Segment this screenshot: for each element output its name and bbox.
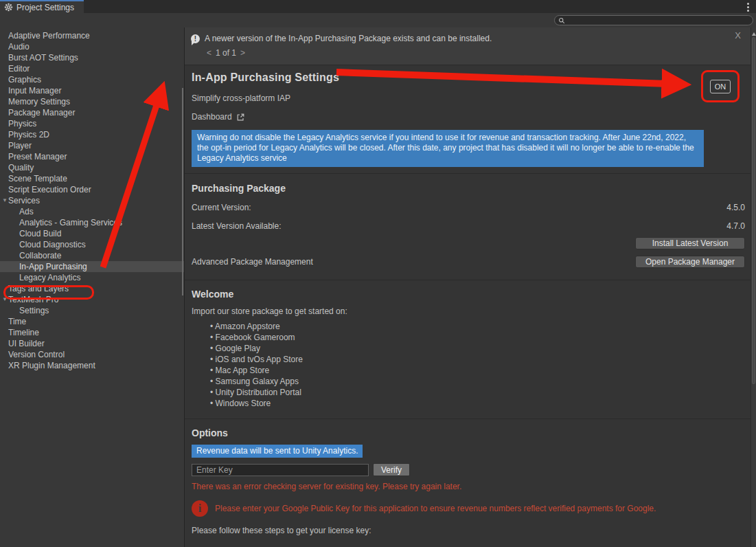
sidebar-item-collaborate[interactable]: Collaborate [0, 250, 184, 261]
panel-scrollbar[interactable] [751, 27, 756, 547]
notification-bubble-icon: ! [191, 34, 200, 43]
install-latest-version-button[interactable]: Install Latest Version [635, 237, 745, 249]
inapp-purchasing-panel: ! A newer version of the In-App Purchasi… [184, 27, 751, 547]
sidebar-item-label: UI Builder [0, 339, 45, 348]
error-info-icon: i [192, 500, 208, 517]
sidebar-item-label: Settings [0, 306, 49, 315]
sidebar-item-label: Collaborate [0, 251, 61, 260]
welcome-intro: Import our store package to get started … [192, 306, 745, 316]
close-icon[interactable]: X [735, 30, 741, 41]
purchasing-package-title: Purchasing Package [192, 183, 745, 194]
sidebar-item-quality[interactable]: Quality [0, 162, 184, 173]
server-error-text: There was an error checking server for e… [192, 482, 745, 491]
sidebar-item-label: Time [0, 317, 26, 326]
sidebar-item-package-manager[interactable]: Package Manager [0, 107, 184, 118]
sidebar-item-label: Tags and Layers [0, 284, 69, 293]
sidebar-item-memory-settings[interactable]: Memory Settings [0, 96, 184, 107]
sidebar-item-audio[interactable]: Audio [0, 41, 184, 52]
sidebar-item-tags-and-layers[interactable]: Tags and Layers [0, 283, 184, 294]
sidebar-item-ui-builder[interactable]: UI Builder [0, 338, 184, 349]
sidebar-item-physics[interactable]: Physics [0, 118, 184, 129]
sidebar-item-legacy-analytics[interactable]: Legacy Analytics [0, 272, 184, 283]
sidebar-item-label: Physics [0, 119, 36, 129]
sidebar-item-label: Input Manager [0, 86, 61, 96]
toolbar [0, 13, 756, 27]
more-menu-icon[interactable] [744, 3, 751, 12]
search-box[interactable] [554, 15, 753, 25]
verify-button[interactable]: Verify [373, 463, 410, 476]
pager-next-icon[interactable]: > [240, 48, 245, 58]
tab-project-settings[interactable]: Project Settings [0, 0, 84, 13]
sidebar-item-burst-aot-settings[interactable]: Burst AOT Settings [0, 52, 184, 63]
sidebar-item-label: Legacy Analytics [0, 273, 80, 282]
sidebar-item-label: Physics 2D [0, 130, 49, 139]
notification-message: A newer version of the In-App Purchasing… [205, 34, 492, 43]
foldout-triangle-icon[interactable]: ▼ [2, 294, 8, 305]
sidebar-item-cloud-build[interactable]: Cloud Build [0, 228, 184, 239]
scroll-up-icon[interactable] [752, 30, 756, 36]
settings-sidebar: Adaptive PerformanceAudioBurst AOT Setti… [0, 27, 184, 547]
store-list-item: Amazon Appstore [210, 321, 745, 332]
sidebar-item-label: Quality [0, 163, 34, 172]
sidebar-item-version-control[interactable]: Version Control [0, 349, 184, 360]
sidebar-item-input-manager[interactable]: Input Manager [0, 85, 184, 96]
search-icon [558, 17, 565, 24]
analytics-revenue-badge: Revenue data will be sent to Unity Analy… [192, 445, 363, 458]
store-list-item: Windows Store [210, 398, 745, 409]
sidebar-item-label: Cloud Diagnostics [0, 240, 86, 249]
scrollbar-thumb[interactable] [752, 37, 755, 384]
sidebar-item-label: Timeline [0, 328, 39, 337]
sidebar-item-label: Graphics [0, 75, 41, 85]
sidebar-item-label: Script Execution Order [0, 185, 91, 194]
dashboard-link[interactable]: Dashboard [192, 112, 745, 122]
sidebar-item-cloud-diagnostics[interactable]: Cloud Diagnostics [0, 239, 184, 250]
sidebar-item-scene-template[interactable]: Scene Template [0, 173, 184, 184]
sidebar-item-editor[interactable]: Editor [0, 63, 184, 74]
title-bar: Project Settings [0, 0, 756, 13]
sidebar-item-label: Scene Template [0, 174, 67, 183]
advanced-package-management-label: Advanced Package Management [192, 257, 313, 267]
pager-prev-icon[interactable]: < [207, 48, 211, 58]
tab-title: Project Settings [16, 3, 74, 12]
sidebar-item-label: Analytics - Gaming Services [0, 218, 122, 227]
sidebar-item-time[interactable]: Time [0, 316, 184, 327]
store-list-item: Unity Distribution Portal [210, 387, 745, 398]
foldout-triangle-icon[interactable]: ▼ [2, 195, 8, 206]
sidebar-item-xr-plugin-management[interactable]: XR Plugin Management [0, 360, 184, 371]
open-package-manager-button[interactable]: Open Package Manager [635, 256, 745, 268]
search-input[interactable] [568, 16, 749, 25]
notification-pager: < 1 of 1 > [207, 48, 742, 58]
latest-version-value: 4.7.0 [726, 221, 745, 231]
sidebar-item-graphics[interactable]: Graphics [0, 74, 184, 85]
sidebar-item-timeline[interactable]: Timeline [0, 327, 184, 338]
sidebar-scrollbar-thumb[interactable] [182, 88, 183, 295]
dashboard-label: Dashboard [192, 112, 232, 122]
page-title: In-App Purchasing Settings [192, 71, 745, 84]
sidebar-item-in-app-purchasing[interactable]: In-App Purchasing [0, 261, 184, 272]
sidebar-item-player[interactable]: Player [0, 140, 184, 151]
legacy-analytics-warning: Warning do not disable the Legacy Analyt… [192, 130, 704, 167]
red-highlight-box-toggle: ON [701, 70, 740, 102]
sidebar-item-label: Audio [0, 42, 30, 52]
google-key-input[interactable] [192, 464, 369, 476]
sidebar-item-services[interactable]: ▼Services [0, 195, 184, 206]
sidebar-item-label: XR Plugin Management [0, 361, 95, 370]
sidebar-item-analytics-gaming-services[interactable]: Analytics - Gaming Services [0, 217, 184, 228]
sidebar-item-preset-manager[interactable]: Preset Manager [0, 151, 184, 162]
external-link-icon [236, 113, 245, 122]
sidebar-item-physics-2d[interactable]: Physics 2D [0, 129, 184, 140]
sidebar-item-settings[interactable]: Settings [0, 305, 184, 316]
section-divider [185, 418, 751, 419]
store-list-item: Facebook Gameroom [210, 332, 745, 343]
sidebar-item-textmesh-pro[interactable]: ▼TextMesh Pro [0, 294, 184, 305]
sidebar-item-adaptive-performance[interactable]: Adaptive Performance [0, 30, 184, 41]
sidebar-item-label: Burst AOT Settings [0, 53, 78, 63]
sidebar-item-ads[interactable]: Ads [0, 206, 184, 217]
notification-bar: ! A newer version of the In-App Purchasi… [185, 27, 751, 65]
sidebar-item-label: In-App Purchasing [0, 262, 87, 271]
welcome-title: Welcome [192, 289, 745, 300]
iap-enabled-toggle[interactable]: ON [710, 80, 731, 93]
sidebar-item-label: Memory Settings [0, 97, 70, 107]
pager-count: 1 of 1 [216, 48, 236, 58]
sidebar-item-script-execution-order[interactable]: Script Execution Order [0, 184, 184, 195]
